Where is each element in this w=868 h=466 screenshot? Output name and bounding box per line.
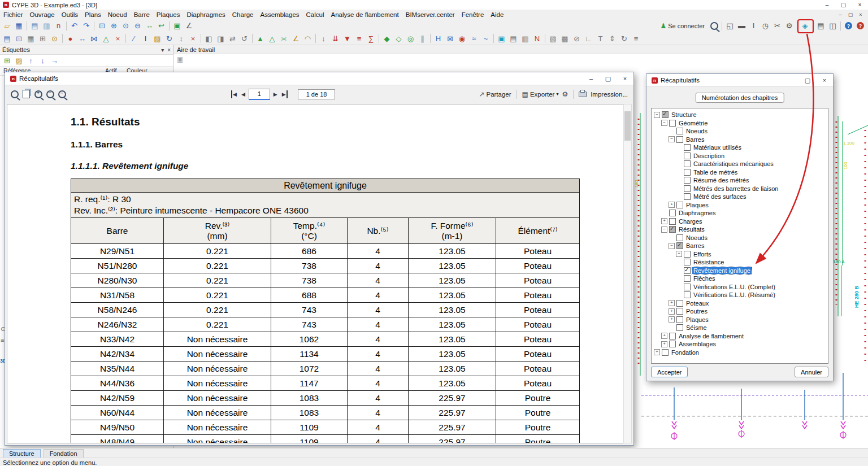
menu-assemblages[interactable]: Assemblages (257, 11, 303, 19)
tree-item-métré-des-surfaces[interactable]: −Métré des surfaces (652, 193, 828, 201)
expand-icon[interactable]: + (661, 333, 667, 339)
deflection-limit-icon[interactable]: ◠ (302, 33, 314, 44)
bim-model-icon[interactable]: n (53, 20, 64, 32)
page-layout-icon[interactable] (20, 89, 32, 100)
tree-item-noeuds[interactable]: −Noeuds (652, 234, 828, 242)
dialog-close-icon[interactable]: × (816, 75, 833, 86)
save-icon[interactable]: ▦ (13, 20, 25, 32)
tree-item-flèches[interactable]: −Flèches (652, 275, 828, 283)
edit-label-icon[interactable]: ▨ (13, 55, 25, 66)
tree-item-caractéristiques-mécaniques[interactable]: −Caractéristiques mécaniques (652, 160, 828, 168)
menu-outils[interactable]: Outils (58, 11, 81, 19)
tree-item-assemblages[interactable]: +Assemblages (652, 340, 828, 349)
expand-icon[interactable]: + (661, 341, 667, 347)
export-button[interactable]: ▤ Exporter ▾ (522, 90, 559, 98)
document-scrollbar[interactable] (623, 104, 632, 443)
tree-item-résumé-des-métrés[interactable]: −Résumé des métrés (652, 176, 828, 185)
surface-load-icon[interactable]: ▼ (341, 33, 353, 44)
weld-icon[interactable]: ∥ (416, 33, 428, 44)
dialog-minimize-icon[interactable]: – (583, 73, 600, 85)
edit-assembly-icon[interactable]: ◇ (393, 33, 405, 44)
pinned-support-icon[interactable]: △ (266, 33, 278, 44)
tree-item-matériaux-utilisés[interactable]: −Matériaux utilisés (652, 143, 828, 152)
search-icon[interactable] (708, 20, 720, 32)
close-icon[interactable]: × (167, 47, 171, 53)
checkbox[interactable] (684, 144, 691, 151)
chapter-numbering-button[interactable]: Numérotation des chapitres (696, 93, 784, 103)
next-page-button[interactable]: ▶ (272, 90, 279, 98)
tree-item-charges[interactable]: +Charges (652, 217, 828, 226)
snap-icon[interactable]: ⊙ (49, 33, 60, 44)
delete-bar-icon[interactable]: × (187, 33, 199, 44)
elastic-support-icon[interactable]: ≍ (278, 33, 290, 44)
checkbox[interactable] (684, 284, 691, 290)
menu-fichier[interactable]: Fichier (0, 11, 27, 19)
checkbox[interactable] (684, 169, 691, 176)
rotate-bar-icon[interactable]: ↻ (163, 33, 175, 44)
new-bar-icon[interactable]: ∕ (128, 33, 140, 44)
new-node-icon[interactable]: ● (64, 33, 76, 44)
adjust-bar-icon[interactable]: ↕ (175, 33, 187, 44)
load-cases-icon[interactable]: ≡ (353, 33, 365, 44)
tree-item-description[interactable]: −Description (652, 152, 828, 160)
checkbox[interactable] (669, 120, 676, 127)
views-3d-icon[interactable]: ▣ (496, 33, 507, 44)
checkbox[interactable] (676, 308, 683, 315)
combinations-icon[interactable]: ∑ (365, 33, 377, 44)
bar-load-icon[interactable]: ⇊ (329, 33, 341, 44)
undo-icon[interactable]: ↶ (68, 20, 80, 32)
collapse-icon[interactable]: − (669, 136, 675, 142)
zoom-page-icon[interactable] (56, 89, 68, 100)
menu-charge[interactable]: Charge (229, 11, 257, 19)
redo-icon[interactable]: ↷ (80, 20, 92, 32)
tree-item-revêtement-ignifuge[interactable]: −Revêtement ignifuge (652, 267, 828, 275)
usb-license-icon[interactable]: ▬ (736, 20, 748, 32)
drawings-icon[interactable]: ▤ (815, 20, 827, 32)
fixed-support-icon[interactable]: ▲ (254, 33, 266, 44)
tree-item-structure[interactable]: −Structure (652, 111, 828, 119)
clipping-icon[interactable]: ⊘ (571, 33, 583, 44)
references-icon[interactable]: ▩ (559, 33, 571, 44)
checkbox[interactable] (684, 251, 691, 258)
mdi-close-icon[interactable]: × (856, 11, 866, 19)
checkbox[interactable] (676, 234, 683, 241)
axes-icon[interactable]: ∟ (583, 33, 594, 44)
move-node-icon[interactable]: ↔ (76, 33, 88, 44)
menu-noeud[interactable]: Noeud (105, 11, 131, 19)
expand-icon[interactable]: + (654, 349, 660, 355)
menu-diaphragmes[interactable]: Diaphragmes (183, 11, 228, 19)
help-icon[interactable]: ? (854, 20, 866, 32)
checkbox[interactable] (684, 193, 691, 200)
tree-item-métrés-des-barrettes-de-liaison[interactable]: −Métrés des barrettes de liaison (652, 185, 828, 193)
tree-item-table-de-métrés[interactable]: −Table de métrés (652, 168, 828, 177)
menu-barre[interactable]: Barre (131, 11, 153, 19)
label-up-icon[interactable]: ↑ (25, 55, 37, 66)
profile-editor-icon[interactable]: I (748, 20, 760, 32)
checkbox[interactable] (684, 275, 691, 282)
checkbox[interactable] (662, 111, 669, 118)
menu-plaques[interactable]: Plaques (153, 11, 184, 19)
point-load-icon[interactable]: ↓ (318, 33, 329, 44)
background-icon[interactable]: ▧ (547, 33, 559, 44)
chapters-dialog-titlebar[interactable]: n Récapitulatifs ▢× (646, 74, 833, 87)
delete-node-icon[interactable]: × (112, 33, 124, 44)
checkbox[interactable] (669, 333, 676, 339)
tree-item-vérifications-e-l-u-résumé-[interactable]: −Vérifications E.L.U. (Résumé) (652, 291, 828, 299)
dialog-maximize-icon[interactable]: ▢ (799, 75, 816, 86)
grid-icon[interactable]: ⊞ (37, 33, 49, 44)
mdi-minimize-icon[interactable]: – (835, 11, 845, 19)
pan-icon[interactable]: ↔ (144, 20, 155, 32)
menu-calcul[interactable]: Calcul (303, 11, 328, 19)
previous-view-icon[interactable]: ↩ (155, 20, 167, 32)
checkbox[interactable] (669, 218, 676, 225)
tree-item-résultats[interactable]: −Résultats (652, 225, 828, 234)
last-page-button[interactable]: ▶ (281, 90, 288, 98)
measure-icon[interactable]: ∠ (183, 20, 195, 32)
checkbox[interactable] (684, 177, 691, 184)
scrollbar-thumb[interactable] (624, 111, 631, 141)
menu-aide[interactable]: Aide (487, 11, 507, 19)
checkbox[interactable] (684, 185, 691, 192)
tree-item-plaques[interactable]: +Plaques (652, 316, 828, 324)
windows-icon[interactable]: ◱ (724, 20, 736, 32)
checkbox[interactable] (676, 324, 683, 331)
